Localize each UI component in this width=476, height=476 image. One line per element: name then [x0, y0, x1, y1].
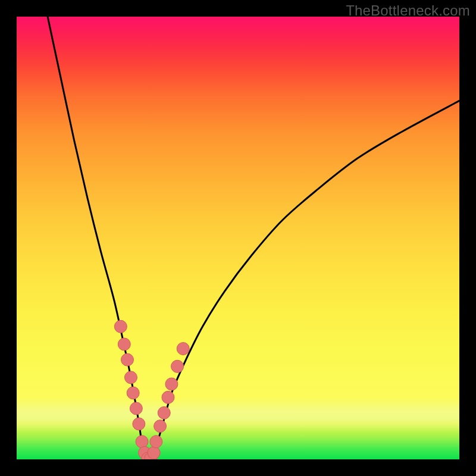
marker-dot	[124, 371, 137, 384]
chart-frame: TheBottleneck.com	[0, 0, 476, 476]
marker-dot	[114, 320, 127, 333]
marker-dot	[162, 391, 174, 403]
marker-dot	[118, 338, 130, 350]
marker-dot	[121, 353, 134, 366]
marker-layer	[17, 17, 459, 459]
marker-dot	[171, 360, 184, 372]
marker-dot	[130, 402, 142, 415]
marker-dot	[127, 387, 139, 399]
watermark-text: TheBottleneck.com	[346, 2, 470, 19]
marker-dot	[165, 378, 178, 390]
sample-points	[114, 320, 189, 459]
marker-dot	[133, 418, 145, 430]
marker-dot	[177, 343, 189, 355]
plot-area	[17, 17, 459, 459]
marker-dot	[148, 446, 160, 459]
marker-dot	[136, 436, 148, 448]
marker-dot	[158, 406, 170, 419]
marker-dot	[150, 436, 162, 448]
marker-dot	[154, 420, 167, 433]
